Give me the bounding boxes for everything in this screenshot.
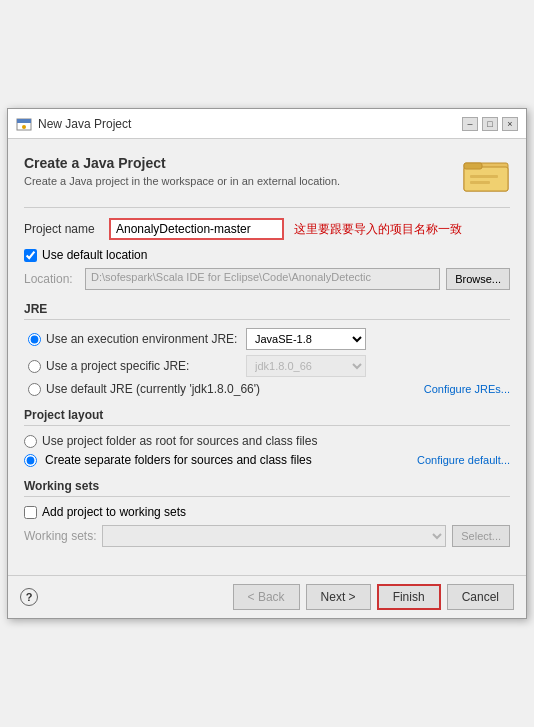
svg-rect-4 [464, 167, 508, 191]
cancel-button[interactable]: Cancel [447, 584, 514, 610]
add-to-working-sets-row: Add project to working sets [24, 505, 510, 519]
select-working-sets-button: Select... [452, 525, 510, 547]
configure-jres-link[interactable]: Configure JREs... [424, 383, 510, 395]
working-sets-input-row: Working sets: Select... [24, 525, 510, 547]
jre-option2-row: Use a project specific JRE: jdk1.8.0_66 [28, 355, 510, 377]
use-default-location-label[interactable]: Use default location [42, 248, 147, 262]
layout-option2-radio[interactable] [24, 454, 37, 467]
jre-option2-radio[interactable] [28, 360, 41, 373]
dialog-content: Create a Java Project Create a Java proj… [8, 139, 526, 575]
bottom-bar: ? < Back Next > Finish Cancel [8, 575, 526, 618]
close-button[interactable]: × [502, 117, 518, 131]
project-layout-title: Project layout [24, 408, 510, 426]
project-layout-section: Project layout Use project folder as roo… [24, 408, 510, 467]
dialog-title: Create a Java Project [24, 155, 340, 171]
jre-option3-row: Use default JRE (currently 'jdk1.8.0_66'… [28, 382, 510, 396]
browse-button[interactable]: Browse... [446, 268, 510, 290]
finish-button[interactable]: Finish [377, 584, 441, 610]
jre-option1-label[interactable]: Use an execution environment JRE: [46, 332, 246, 346]
window-title: New Java Project [38, 117, 131, 131]
jre-section-inner: Use an execution environment JRE: JavaSE… [24, 328, 510, 396]
svg-rect-1 [17, 119, 31, 123]
header-text: Create a Java Project Create a Java proj… [24, 155, 340, 187]
jre-option1-radio[interactable] [28, 333, 41, 346]
location-input: D:\sofespark\Scala IDE for Eclipse\Code\… [85, 268, 440, 290]
jre-option3-label[interactable]: Use default JRE (currently 'jdk1.8.0_66'… [46, 382, 260, 396]
location-row: Location: D:\sofespark\Scala IDE for Ecl… [24, 268, 510, 290]
new-java-project-window: New Java Project – □ × Create a Java Pro… [7, 108, 527, 619]
svg-rect-7 [470, 181, 490, 184]
title-bar-controls: – □ × [462, 117, 518, 131]
title-bar: New Java Project – □ × [8, 109, 526, 139]
help-button[interactable]: ? [20, 588, 38, 606]
project-name-row: Project name 这里要跟要导入的项目名称一致 [24, 218, 510, 240]
jre-option3-radio[interactable] [28, 383, 41, 396]
use-default-location-checkbox[interactable] [24, 249, 37, 262]
working-sets-section: Working sets Add project to working sets… [24, 479, 510, 547]
working-sets-label: Working sets: [24, 529, 96, 543]
header-section: Create a Java Project Create a Java proj… [24, 155, 510, 195]
title-bar-left: New Java Project [16, 116, 131, 132]
layout-option1-radio[interactable] [24, 435, 37, 448]
jre-option1-row: Use an execution environment JRE: JavaSE… [28, 328, 510, 350]
add-working-sets-checkbox[interactable] [24, 506, 37, 519]
location-label: Location: [24, 272, 79, 286]
folder-icon [462, 155, 510, 195]
header-divider [24, 207, 510, 208]
help-area: ? [20, 588, 38, 606]
annotation-text: 这里要跟要导入的项目名称一致 [294, 221, 462, 238]
add-working-sets-label[interactable]: Add project to working sets [42, 505, 186, 519]
layout-option2-label[interactable]: Create separate folders for sources and … [45, 453, 312, 467]
next-button[interactable]: Next > [306, 584, 371, 610]
use-default-location-row: Use default location [24, 248, 510, 262]
back-button: < Back [233, 584, 300, 610]
svg-rect-5 [464, 163, 482, 169]
layout-option1-row: Use project folder as root for sources a… [24, 434, 510, 448]
jre-option2-label[interactable]: Use a project specific JRE: [46, 359, 246, 373]
svg-rect-6 [470, 175, 498, 178]
dialog-description: Create a Java project in the workspace o… [24, 175, 340, 187]
jre-environment-select[interactable]: JavaSE-1.8 [246, 328, 366, 350]
jre-section-title: JRE [24, 302, 510, 320]
layout-option1-label[interactable]: Use project folder as root for sources a… [42, 434, 317, 448]
project-name-input[interactable] [109, 218, 284, 240]
dialog-buttons: < Back Next > Finish Cancel [233, 584, 514, 610]
maximize-button[interactable]: □ [482, 117, 498, 131]
configure-default-link[interactable]: Configure default... [417, 454, 510, 466]
project-name-label: Project name [24, 222, 109, 236]
svg-point-2 [22, 125, 26, 129]
minimize-button[interactable]: – [462, 117, 478, 131]
working-sets-select [102, 525, 446, 547]
jre-section: JRE Use an execution environment JRE: Ja… [24, 302, 510, 396]
layout-option2-row: Create separate folders for sources and … [24, 453, 510, 467]
jre-specific-select: jdk1.8.0_66 [246, 355, 366, 377]
window-icon [16, 116, 32, 132]
working-sets-title: Working sets [24, 479, 510, 497]
